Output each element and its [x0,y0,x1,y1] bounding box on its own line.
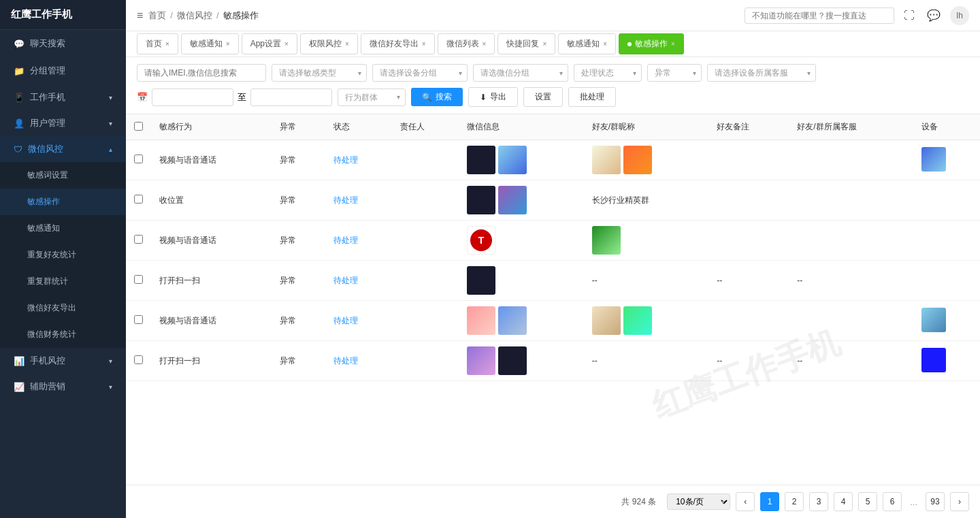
tab-sensitive-notify1[interactable]: 敏感通知 × [181,33,239,54]
sidebar-item-user-manage[interactable]: 👤 用户管理 ▾ [0,110,126,136]
page-5-button[interactable]: 5 [858,492,877,511]
sidebar-item-sensitive-words[interactable]: 敏感词设置 [0,162,126,189]
batch-button[interactable]: 批处理 [568,87,616,107]
row-checkbox[interactable] [134,315,143,324]
topbar-search-input[interactable] [745,7,894,24]
chevron-up-icon: ▴ [109,146,112,153]
tab-home[interactable]: 首页 × [137,33,178,54]
wechat-group-select[interactable]: 请选微信分组 [473,64,568,82]
sidebar-item-marketing[interactable]: 📈 辅助营销 ▾ [0,374,126,400]
sidebar-item-group-manage[interactable]: 📁 分组管理 [0,57,126,84]
sidebar-item-chat-search[interactable]: 💬 聊天搜索 [0,30,126,57]
tab-close[interactable]: × [284,40,289,48]
tab-home-close[interactable]: × [165,40,169,48]
page-last-button[interactable]: 93 [926,492,945,511]
page-next-button[interactable]: › [950,492,969,511]
settings-button[interactable]: 设置 [523,87,563,107]
wechat-thumb-2 [498,186,527,214]
tab-close[interactable]: × [345,40,349,48]
header-friend-note: 好友备注 [708,114,789,140]
status-badge[interactable]: 待处理 [333,155,358,165]
tab-close[interactable]: × [422,40,426,48]
status-select[interactable]: 处理状态 [574,64,642,82]
tab-app-settings[interactable]: App设置 × [242,33,297,54]
header-behavior: 敏感行为 [151,114,272,140]
row-abnormal: 异常 [272,261,325,301]
tab-permission[interactable]: 权限风控 × [300,33,358,54]
tab-sensitive-ops[interactable]: 敏感操作 × [619,33,684,54]
sidebar-item-work-phone[interactable]: 📱 工作手机 ▾ [0,84,126,110]
tab-close[interactable]: × [671,40,675,48]
device-owner-select[interactable]: 请选择设备所属客服 [707,64,816,82]
row-checkbox[interactable] [134,355,143,364]
tab-close[interactable]: × [603,40,607,48]
row-note: -- [708,341,789,381]
friend-thumb-1 [592,306,621,335]
page-2-button[interactable]: 2 [785,492,804,511]
sidebar-item-repeat-friends[interactable]: 重复好友统计 [0,242,126,268]
hamburger-icon[interactable]: ≡ [137,10,143,22]
tab-quick-reply[interactable]: 快捷回复 × [497,33,555,54]
tab-close[interactable]: × [226,40,230,48]
page-prev-button[interactable]: ‹ [736,492,755,511]
status-badge[interactable]: 待处理 [333,276,358,285]
filters-panel: 请选择敏感类型 请选择设备分组 请选微信分组 处理状态 异常 [126,57,980,114]
device-group-select[interactable]: 请选择设备分组 [372,64,468,82]
folder-icon: 📁 [14,66,24,76]
tab-label: 微信好友导出 [370,38,419,50]
page-1-button[interactable]: 1 [760,492,779,511]
tab-close[interactable]: × [542,40,546,48]
sidebar-label: 重复群统计 [27,276,68,287]
marketing-icon: 📈 [14,382,24,392]
friend-thumb [592,226,621,255]
sidebar-item-sensitive-notify[interactable]: 敏感通知 [0,215,126,242]
row-checkbox[interactable] [134,195,143,204]
imei-search-input[interactable] [137,64,266,82]
sidebar-item-repeat-groups[interactable]: 重复群统计 [0,268,126,295]
row-checkbox[interactable] [134,275,143,284]
row-checkbox[interactable] [134,235,143,244]
search-button[interactable]: 🔍 搜索 [411,88,463,106]
sidebar-label: 重复好友统计 [27,249,76,261]
table-row: 收位置 异常 待处理 长沙行业精英群 [126,180,980,221]
status-badge[interactable]: 待处理 [333,356,358,366]
wechat-icon[interactable]: 💬 [924,6,943,25]
page-6-button[interactable]: 6 [883,492,902,511]
sidebar-logo: 红鹰工作手机 [0,0,126,30]
user-avatar-icon[interactable]: Ih [950,6,969,25]
tab-sensitive-notify2[interactable]: 敏感通知 × [558,33,616,54]
page-3-button[interactable]: 3 [809,492,828,511]
tab-close[interactable]: × [483,40,487,48]
status-badge[interactable]: 待处理 [333,236,358,245]
status-badge[interactable]: 待处理 [333,195,358,205]
page-4-button[interactable]: 4 [834,492,853,511]
abnormal-select[interactable]: 异常 [647,64,702,82]
row-behavior: 视频与语音通话 [151,301,272,341]
row-checkbox[interactable] [134,155,143,163]
sidebar-item-export-friends[interactable]: 微信好友导出 [0,295,126,321]
select-all-checkbox[interactable] [134,122,143,131]
sidebar-item-finance-stats[interactable]: 微信财务统计 [0,321,126,348]
sensitive-type-select[interactable]: 请选择敏感类型 [272,64,367,82]
breadcrumb-home[interactable]: 首页 [148,10,166,22]
status-badge[interactable]: 待处理 [333,316,358,325]
sidebar-item-sensitive-ops[interactable]: 敏感操作 [0,189,126,215]
breadcrumb-wechat[interactable]: 微信风控 [177,10,212,22]
sidebar-item-phone-control[interactable]: 📊 手机风控 ▾ [0,348,126,374]
page-size-wrapper: 10条/页 20条/页 50条/页 [667,493,730,510]
header-device: 设备 [913,114,980,140]
wechat-thumb [467,266,495,295]
page-size-select[interactable]: 10条/页 20条/页 50条/页 [667,493,730,510]
behavior-group-select[interactable]: 行为群体 [338,88,406,106]
fullscreen-icon[interactable]: ⛶ [901,7,917,25]
row-abnormal: 异常 [272,341,325,381]
tab-export-friends[interactable]: 微信好友导出 × [361,33,435,54]
export-button[interactable]: ⬇ 导出 [468,87,518,107]
row-wechat-info [459,180,584,221]
date-to-input[interactable]: 2018-10-20 [250,88,332,106]
date-from-input[interactable]: 2018-10-13 [152,88,233,106]
tab-wechat-list[interactable]: 微信列表 × [438,33,495,54]
sidebar-sub-wechat: 敏感词设置 敏感操作 敏感通知 重复好友统计 重复群统计 微信好友导出 微信财务… [0,162,126,348]
sidebar-item-wechat-control[interactable]: 🛡 微信风控 ▴ [0,136,126,162]
header-status: 状态 [325,114,392,140]
